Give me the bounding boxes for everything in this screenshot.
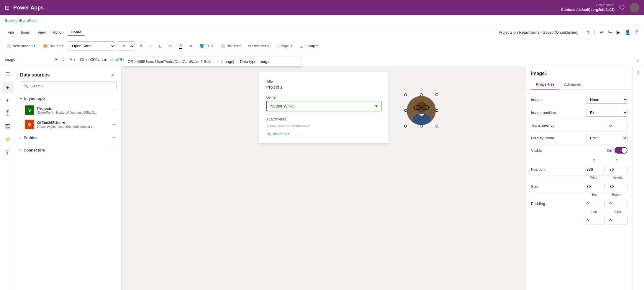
formula-expand-icon[interactable]: ⌄ [635, 56, 644, 63]
handle-tr[interactable] [435, 93, 438, 96]
size-height-input[interactable] [607, 183, 627, 190]
italic-button[interactable]: / [147, 43, 154, 49]
strikethrough-button[interactable]: S [166, 43, 175, 49]
attach-file-button[interactable]: 📎 Attach file [266, 132, 381, 136]
prop-transparency-label: Transparency [531, 123, 554, 128]
connections-icon[interactable]: ⚡ [2, 133, 14, 145]
variables-icon[interactable]: ∑ [2, 146, 14, 158]
far-right-help-icon[interactable]: ? [637, 71, 640, 76]
connectors-section[interactable]: › Connectors ··· [15, 144, 121, 156]
sidebar-toggle-button[interactable]: ☰ [2, 69, 14, 80]
font-size-select[interactable]: 13 [117, 41, 135, 51]
tab-properties[interactable]: Properties [531, 80, 559, 89]
image-select[interactable]: None [586, 96, 627, 104]
size-width-input[interactable] [584, 183, 604, 190]
reorder-button[interactable]: ⧉ Reorder ▾ [245, 43, 272, 50]
projects-subtitle: SharePoint - NestorW@contoso005a.O... [37, 111, 107, 114]
visible-toggle[interactable] [614, 147, 627, 154]
position-y-input[interactable] [607, 166, 627, 173]
position-row: Position [531, 163, 627, 176]
group-button[interactable]: ◱ Group ▾ [297, 43, 321, 49]
handle-br[interactable] [435, 125, 438, 128]
padding-left-input[interactable] [584, 217, 604, 224]
formula-fx-button[interactable]: fx ▾ [67, 57, 78, 62]
display-mode-select[interactable]: Edit [586, 134, 627, 142]
menu-view[interactable]: View [35, 29, 49, 36]
user-icon[interactable]: 👤 [624, 28, 632, 36]
data-icon[interactable]: 🗄 [2, 107, 14, 119]
size-row: Size [531, 180, 627, 193]
theme-button[interactable]: 🎨 Theme ▾ [40, 43, 66, 49]
transparency-input[interactable] [607, 122, 627, 129]
list-item[interactable]: S Projects SharePoint - NestorW@contoso0… [15, 103, 121, 117]
prop-visible: Visible On [531, 145, 627, 156]
handle-tc[interactable] [420, 93, 423, 96]
image-position-select[interactable]: Fit [586, 109, 627, 117]
theme-icon: 🎨 [43, 44, 48, 48]
connectors-more-button[interactable]: ··· [110, 146, 117, 154]
align-button[interactable]: ≡ [187, 43, 195, 49]
strikethrough-icon: S [169, 44, 172, 48]
undo-icon[interactable]: ↩ [598, 28, 604, 36]
canvas-area: Title Project 1 Owner Nestor Wilke ▾ Att… [122, 66, 526, 290]
tree-view-icon[interactable]: ⊞ [2, 82, 14, 93]
play-icon[interactable]: ▶ [615, 28, 621, 36]
stethoscope-icon[interactable]: ⚕ [586, 28, 591, 36]
handle-ml[interactable] [404, 109, 407, 112]
panel-close-button[interactable]: ✕ [108, 71, 117, 79]
autocomplete-formula: Office365Users.UserPhoto(DataCardValue5.… [128, 59, 234, 64]
tab-advanced[interactable]: Advanced [559, 80, 586, 89]
menu-file[interactable]: File [5, 29, 17, 36]
padding-right-input[interactable] [607, 217, 627, 224]
handle-bl[interactable] [404, 125, 407, 128]
back-to-sharepoint-link[interactable]: Back to SharePoint [5, 18, 37, 23]
office365-subtitle: NestorW@contoso005a.OnMicrosoft.c... [37, 125, 107, 128]
fill-icon: 🪣 [199, 44, 204, 48]
search-icon: 🔍 [23, 84, 28, 88]
align-menu-icon: ⊞ [276, 44, 280, 48]
menu-insert[interactable]: Insert [18, 29, 34, 36]
underline-button[interactable]: U [156, 43, 164, 49]
search-input[interactable] [31, 84, 113, 88]
entities-section[interactable]: › Entities ··· [15, 131, 121, 144]
handle-tl[interactable] [404, 93, 407, 96]
bold-button[interactable]: B [137, 43, 145, 49]
padding-tb-row: Padding [531, 198, 627, 210]
menu-home[interactable]: Home [68, 29, 84, 36]
title-label: Title [266, 79, 381, 84]
top-label: Top [584, 193, 604, 196]
padding-lr-sub-labels: Left Right [531, 210, 627, 215]
padding-top-input[interactable] [584, 200, 604, 207]
in-your-app-section[interactable]: ▾ In your app [15, 94, 121, 103]
property-select[interactable]: Image [0, 53, 59, 66]
bottom-label: Bottom [607, 193, 627, 196]
new-screen-button[interactable]: ⬜ New screen ▾ [4, 43, 38, 49]
right-label: Right [607, 210, 627, 214]
position-x-input[interactable] [584, 166, 604, 173]
visible-on-label: On [607, 148, 612, 153]
padding-lr-inputs [584, 217, 627, 224]
handle-bc[interactable] [420, 125, 423, 128]
insert-icon[interactable]: + [2, 95, 14, 106]
font-color-button[interactable]: A [176, 42, 185, 50]
redo-icon[interactable]: ↪ [607, 28, 613, 36]
connectors-chevron: › [20, 148, 21, 152]
help-icon[interactable]: ? [634, 29, 639, 36]
font-family-select[interactable]: Open Sans [68, 41, 115, 51]
border-button[interactable]: ⬜ Border ▾ [218, 43, 244, 49]
media-icon[interactable]: 🖼 [2, 120, 14, 132]
formula-chevron-icon: ▾ [73, 57, 75, 62]
grid-icon[interactable]: ⊞ [5, 4, 10, 11]
entities-more-button[interactable]: ··· [110, 134, 117, 141]
padding-bottom-input[interactable] [607, 200, 627, 207]
photo-container[interactable] [407, 96, 436, 125]
list-item[interactable]: O Office365Users NestorW@contoso005a.OnM… [15, 117, 121, 131]
avatar[interactable]: 👤 [630, 3, 639, 12]
fill-button[interactable]: 🪣 Fill ▾ [196, 43, 216, 49]
menu-action[interactable]: Action [50, 29, 66, 36]
align-menu-button[interactable]: ⊞ Align ▾ [273, 43, 295, 49]
office365-more-button[interactable]: ··· [110, 120, 117, 128]
handle-mr[interactable] [435, 109, 438, 112]
projects-more-button[interactable]: ··· [110, 106, 117, 114]
owner-dropdown[interactable]: Nestor Wilke ▾ [266, 101, 381, 111]
